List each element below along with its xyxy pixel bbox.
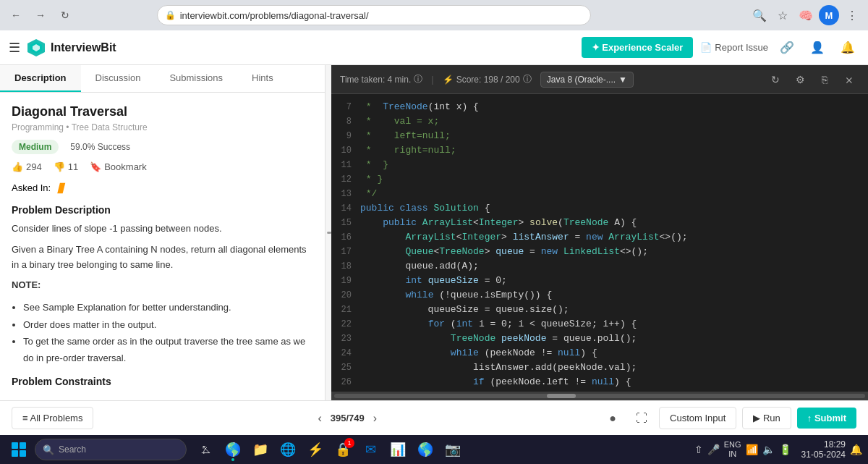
report-issue-button[interactable]: 📄 Report Issue (700, 42, 768, 53)
expand-icon[interactable]: ⨯ (839, 69, 859, 90)
editor-icons: ↻ ⚙ ⎘ ⨯ (765, 69, 859, 90)
app-header: ☰ InterviewBit ✦ Experience Scaler 📄 Rep… (0, 30, 868, 65)
menu-icon[interactable]: ⋮ (842, 5, 862, 25)
actions-row: 👍 294 👎 11 🔖 Bookmark (12, 161, 313, 172)
search-icon[interactable]: 🔍 (749, 5, 770, 25)
code-line-26: 26 if (peekNode.left != null) { (331, 375, 868, 389)
notifications-icon[interactable]: 🔔 (836, 36, 859, 59)
tab-hints[interactable]: Hints (237, 65, 288, 92)
time-block: 18:29 31-05-2024 (801, 439, 846, 460)
bookmark-action[interactable]: 🔖 Bookmark (90, 161, 147, 172)
tab-discussion[interactable]: Discussion (81, 65, 156, 92)
taskbar-app-edge[interactable]: 🌐 (275, 436, 301, 463)
scroll-thumb[interactable] (547, 394, 576, 398)
battery-icon[interactable]: 🔋 (779, 444, 791, 455)
address-bar[interactable]: 🔒 interviewbit.com/problems/diagonal-tra… (157, 5, 591, 25)
language-selector[interactable]: Java 8 (Oracle-.... ▼ (540, 72, 634, 88)
code-line-17: 17 Queue<TreeNode> queue = new LinkedLis… (331, 245, 868, 259)
arrow-up-icon[interactable]: ⇧ (694, 444, 703, 455)
extensions-icon[interactable]: 🧠 (796, 5, 816, 25)
description-p2: Given a Binary Tree A containing N nodes… (12, 242, 313, 273)
logo-icon (26, 38, 46, 58)
next-problem-button[interactable]: › (370, 409, 380, 428)
lang-text: ENGIN (724, 440, 741, 459)
share-icon[interactable]: 🔗 (775, 36, 799, 59)
thumbs-up-icon: 👍 (12, 161, 23, 172)
run-button[interactable]: ▶ Run (742, 407, 791, 429)
start-button[interactable] (6, 436, 32, 463)
footer-right: ● ⛶ Custom Input ▶ Run ↑ Submit (601, 407, 856, 430)
info-icon[interactable]: ⓘ (414, 73, 422, 85)
chevron-down-icon: ▼ (618, 75, 627, 85)
tab-submissions[interactable]: Submissions (155, 65, 237, 92)
wifi-icon[interactable]: 📶 (746, 444, 758, 455)
url-text: interviewbit.com/problems/diagonal-trave… (180, 10, 583, 21)
logo-text: InterviewBit (51, 41, 116, 54)
experience-scaler-button[interactable]: ✦ Experience Scaler (582, 37, 694, 58)
tab-description[interactable]: Description (0, 65, 81, 92)
notification-center-icon[interactable]: 🔔 (850, 444, 862, 455)
thumbs-down-icon: 👎 (54, 161, 65, 172)
code-line-11: 11 * } (331, 158, 868, 172)
volume-icon[interactable]: 🔈 (762, 444, 775, 455)
forward-button[interactable]: → (30, 5, 51, 25)
app-active-indicator (231, 458, 234, 461)
taskview-icon: ⦩ (200, 444, 210, 455)
mic-icon[interactable]: 🎤 (707, 444, 720, 455)
hamburger-icon[interactable]: ☰ (9, 40, 20, 56)
taskbar-app-taskview[interactable]: ⦩ (192, 436, 218, 463)
asked-in-label: Asked In: (12, 182, 51, 193)
lightning-icon: ⚡ (443, 75, 454, 85)
amazon-logo: ▮ (56, 180, 64, 195)
code-line-13: 13 */ (331, 187, 868, 201)
custom-input-button[interactable]: Custom Input (659, 407, 736, 429)
settings-icon[interactable]: ⚙ (790, 69, 810, 90)
success-rate: 59.0% Success (70, 142, 130, 152)
code-line-10: 10 * right=null; (331, 143, 868, 158)
resize-handle[interactable]: ••• (326, 65, 331, 400)
submit-button[interactable]: ↑ Submit (797, 408, 856, 429)
back-button[interactable]: ← (6, 5, 26, 25)
taskbar-app-vpn[interactable]: 🌎 (412, 436, 438, 463)
taskbar-app-chrome[interactable]: 🌎 (220, 436, 246, 463)
bookmark-star-icon[interactable]: ☆ (773, 5, 793, 25)
note-item-3: To get the same order as in the output t… (23, 333, 313, 367)
problem-breadcrumb: Programming • Tree Data Structure (12, 122, 313, 132)
fullscreen-icon[interactable]: ⛶ (630, 407, 653, 430)
score-info-icon[interactable]: ⓘ (523, 73, 532, 85)
taskbar-app-explorer[interactable]: 📁 (247, 436, 273, 463)
excel-icon: 📊 (390, 442, 406, 457)
page-info: 395/749 (331, 413, 365, 423)
code-line-23: 23 TreeNode peekNode = queue.poll(); (331, 332, 868, 346)
taskbar-search-text: Search (59, 444, 86, 455)
taskbar-search[interactable]: 🔍 Search (35, 439, 187, 460)
prev-problem-button[interactable]: ‹ (315, 409, 324, 428)
code-line-19: 19 int queueSize = 0; (331, 274, 868, 288)
taskbar-app-outlook[interactable]: ✉ (357, 436, 383, 463)
note-item-1: See Sample Explanation for better unders… (23, 299, 313, 316)
code-line-12: 12 * } (331, 172, 868, 187)
all-problems-button[interactable]: ≡ All Problems (12, 407, 93, 429)
note-label: NOTE: (12, 278, 313, 293)
code-area[interactable]: 7 * TreeNode(int x) { 8 * val = x; 9 * l… (331, 94, 868, 392)
downvote-action[interactable]: 👎 11 (54, 161, 78, 172)
upvote-action[interactable]: 👍 294 (12, 161, 42, 172)
sync-icon[interactable]: ● (601, 407, 624, 430)
problem-title: Diagonal Traversal (12, 104, 313, 119)
main-content: Description Discussion Submissions Hints… (0, 65, 868, 400)
code-editor-panel: Time taken: 4 min. ⓘ | ⚡ Score: 198 / 20… (331, 65, 868, 400)
code-line-9: 9 * left=null; (331, 129, 868, 143)
taskbar-app-slack[interactable]: ⚡ (302, 436, 328, 463)
camera-icon: 📷 (445, 442, 461, 457)
keyboard-icon[interactable]: ⎘ (814, 69, 835, 90)
notification-badge: 1 (344, 438, 354, 448)
profile-avatar[interactable]: M (819, 5, 839, 25)
editor-horizontal-scrollbar[interactable] (331, 392, 868, 400)
asked-in: Asked In: ▮ (12, 180, 313, 195)
undo-icon[interactable]: ↻ (765, 69, 786, 90)
taskbar-app-excel[interactable]: 📊 (385, 436, 411, 463)
reload-button[interactable]: ↻ (55, 5, 75, 25)
taskbar-app-camera[interactable]: 📷 (440, 436, 466, 463)
taskbar-app-security[interactable]: 🔒 1 (330, 436, 356, 463)
profile-icon[interactable]: 👤 (806, 36, 829, 59)
